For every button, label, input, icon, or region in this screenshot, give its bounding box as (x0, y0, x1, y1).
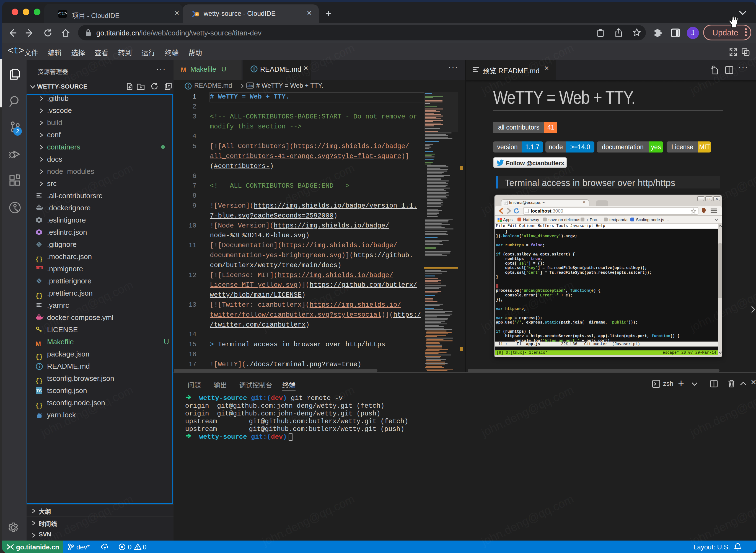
svg-text:JS: JS (195, 13, 198, 16)
svg-text:abc: abc (247, 84, 253, 88)
